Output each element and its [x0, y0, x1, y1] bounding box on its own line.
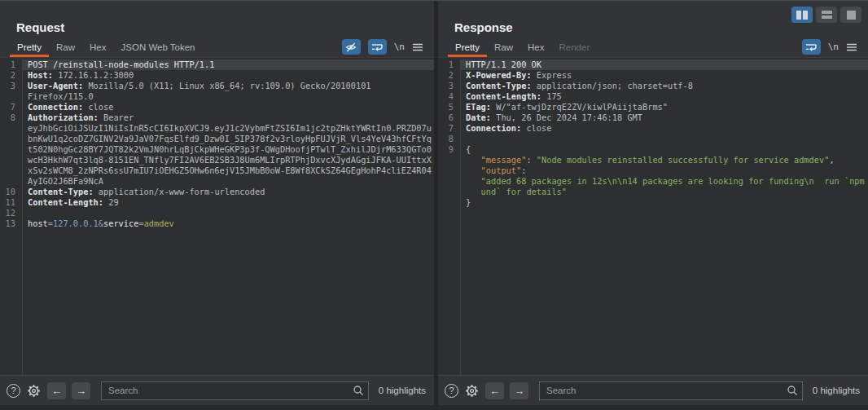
line-number — [0, 144, 22, 155]
response-title: Response — [454, 20, 513, 34]
show-newlines-toggle[interactable]: \n — [828, 42, 839, 52]
request-editor[interactable]: 1POST /reinstall-node-modules HTTP/1.12H… — [0, 57, 434, 376]
code-line: wcH3HkhW7qt3lq8-8151EN_TNfly7FI2AV6EB2SB… — [0, 155, 434, 165]
response-highlights-count: 0 highlights — [813, 386, 860, 395]
response-editor[interactable]: 1HTTP/1.1 200 OK2X-Powered-By: Express3C… — [438, 57, 868, 376]
single-layout-icon — [847, 11, 856, 20]
line-number — [438, 155, 460, 165]
code-line: t502N0hgGc28BY7JQT82k2VmJN0hrLqBjCkpWHeG… — [0, 144, 434, 155]
previous-match-button[interactable]: ← — [47, 382, 66, 399]
response-search-input[interactable] — [539, 381, 803, 400]
line-number: 9 — [438, 144, 460, 155]
code-line: 7Connection: close — [0, 102, 434, 112]
line-number: 4 — [438, 91, 460, 102]
code-text: Content-Length: 175 — [460, 91, 868, 102]
hide-headers-button[interactable] — [342, 39, 361, 55]
rows-layout-button[interactable] — [816, 7, 837, 23]
code-line: eyJhbGciOiJSUzI1NiIsInR5cCI6IkpXVCJ9.eyJ… — [0, 123, 434, 134]
code-text: und` for details" — [460, 187, 868, 197]
code-line: 10Content-Type: application/x-www-form-u… — [0, 187, 434, 197]
code-line: 3User-Agent: Mozilla/5.0 (X11; Linux x86… — [0, 81, 434, 91]
line-number: 3 — [438, 81, 460, 91]
line-number — [0, 134, 22, 144]
layout-toggle-group — [791, 7, 861, 23]
next-match-button[interactable]: → — [510, 382, 528, 399]
code-text: xSv2sWCM8_2zNPRs6ssU7mIU7iOEHGZ5OHw6n6ej… — [22, 165, 434, 176]
tab-raw[interactable]: Raw — [49, 39, 82, 55]
code-text: AyIGO2J6BFa9NcA — [22, 176, 434, 187]
code-line: 11Content-Length: 29 — [0, 197, 434, 208]
tab-hex[interactable]: Hex — [520, 39, 551, 55]
tab-pretty[interactable]: Pretty — [448, 39, 487, 55]
code-text: X-Powered-By: Express — [460, 70, 868, 81]
code-line: "message": "Node modules reinstalled suc… — [438, 155, 868, 165]
search-settings-button[interactable] — [26, 383, 42, 399]
code-text: Content-Type: application/x-www-form-url… — [22, 187, 434, 197]
word-wrap-button[interactable] — [368, 39, 387, 55]
code-text: Firefox/115.0 — [22, 91, 434, 102]
request-search-bar: ? ← → — [0, 376, 434, 405]
rows-layout-icon — [822, 11, 832, 19]
code-line: 4Content-Length: 175 — [438, 91, 868, 102]
code-line: 8 — [438, 134, 868, 144]
show-newlines-toggle[interactable]: \n — [394, 42, 405, 52]
hamburger-icon — [412, 42, 423, 52]
line-number: 7 — [438, 123, 460, 134]
code-line: "added 68 packages in 12s\n\n14 packages… — [438, 176, 868, 187]
code-text: Connection: close — [22, 102, 434, 112]
search-settings-button[interactable] — [464, 383, 480, 399]
request-panel: Request Pretty Raw Hex JSON Web Token — [0, 1, 434, 405]
code-line: 13host=127.0.0.1&service=admdev — [0, 218, 434, 229]
previous-match-button[interactable]: ← — [485, 382, 504, 399]
code-line: 1HTTP/1.1 200 OK — [438, 60, 868, 70]
line-number: 1 — [438, 60, 460, 70]
line-number — [438, 187, 460, 197]
line-number: 3 — [0, 81, 22, 91]
line-number — [0, 165, 22, 176]
tab-json-web-token[interactable]: JSON Web Token — [114, 39, 203, 55]
columns-layout-button[interactable] — [791, 7, 813, 23]
tab-pretty[interactable]: Pretty — [10, 39, 49, 55]
code-line: 12 — [0, 208, 434, 218]
code-text: Content-Type: application/json; charset=… — [460, 81, 868, 91]
code-line: 6Date: Thu, 26 Dec 2024 17:46:18 GMT — [438, 112, 868, 123]
request-highlights-count: 0 highlights — [379, 386, 426, 395]
request-title: Request — [16, 20, 64, 34]
line-number: 7 — [0, 102, 22, 112]
tab-render: Render — [552, 39, 598, 55]
request-tabs: Pretty Raw Hex JSON Web Token — [0, 37, 434, 57]
code-line: 2Host: 172.16.1.2:3000 — [0, 70, 434, 81]
code-text: host=127.0.0.1&service=admdev — [22, 218, 434, 229]
request-search-wrap — [101, 381, 369, 400]
help-icon[interactable]: ? — [445, 384, 458, 398]
editor-menu-button[interactable] — [846, 42, 857, 52]
code-line: 9{ — [438, 144, 868, 155]
code-line: Firefox/115.0 — [0, 91, 434, 102]
code-text: "message": "Node modules reinstalled suc… — [460, 155, 868, 165]
word-wrap-button[interactable] — [802, 39, 821, 55]
code-text: eyJhbGciOiJSUzI1NiIsInR5cCI6IkpXVCJ9.eyJ… — [22, 123, 434, 134]
single-layout-button[interactable] — [840, 7, 861, 23]
next-match-button[interactable]: → — [72, 382, 90, 399]
editor-menu-button[interactable] — [412, 42, 423, 52]
line-number — [0, 155, 22, 165]
code-line: 5ETag: W/"af-twjDzrqE2ZV/kiwlPAiijtaBrms… — [438, 102, 868, 112]
request-panel-header: Request — [0, 1, 434, 37]
response-search-wrap — [539, 381, 803, 400]
line-number: 13 — [0, 218, 22, 229]
code-text — [460, 134, 868, 144]
line-number: 8 — [0, 112, 22, 123]
code-text: wcH3HkhW7qt3lq8-8151EN_TNfly7FI2AV6EB2SB… — [22, 155, 434, 165]
word-wrap-icon — [371, 42, 383, 52]
code-text: Authorization: Bearer — [22, 112, 434, 123]
tab-raw[interactable]: Raw — [487, 39, 520, 55]
request-search-input[interactable] — [101, 381, 369, 400]
help-icon[interactable]: ? — [7, 384, 20, 398]
line-number — [438, 176, 460, 187]
word-wrap-icon — [805, 42, 817, 52]
line-number — [438, 165, 460, 176]
gear-icon — [26, 383, 42, 399]
line-number: 11 — [0, 197, 22, 208]
code-line: und` for details" — [438, 187, 868, 197]
tab-hex[interactable]: Hex — [82, 39, 113, 55]
